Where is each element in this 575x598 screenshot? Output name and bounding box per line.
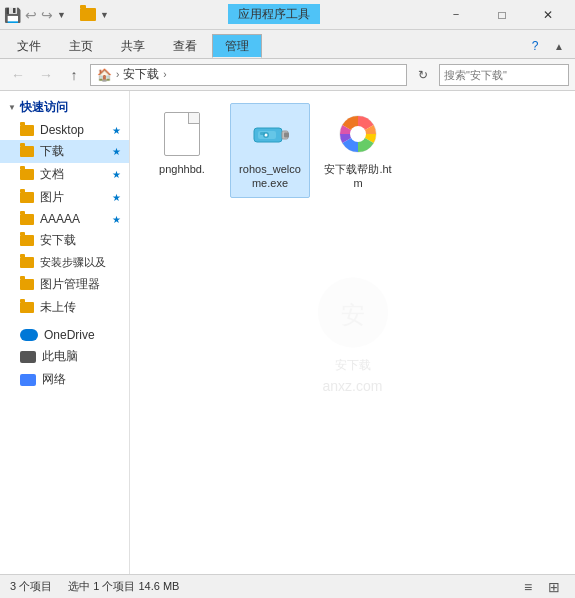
folder-icon-pic-manager <box>20 279 34 290</box>
ribbon-help-button[interactable]: ? <box>523 34 547 58</box>
search-input[interactable] <box>444 69 575 81</box>
folder-icon-pictures <box>20 192 34 203</box>
sidebar-label-downloads: 下载 <box>40 143 64 160</box>
sidebar-item-this-pc[interactable]: 此电脑 <box>0 345 129 368</box>
path-home-icon: 🏠 <box>97 68 112 82</box>
window-controls: － □ ✕ <box>433 0 571 30</box>
file-icon-htm <box>334 110 382 158</box>
quick-access-chevron: ▼ <box>8 103 16 112</box>
sidebar-item-onedrive[interactable]: OneDrive <box>0 325 129 345</box>
file-item-htm[interactable]: 安下载帮助.htm <box>318 103 398 198</box>
main-area: ▼ 快速访问 Desktop ★ 下载 ★ 文档 ★ 图片 ★ AAAAA ★ <box>0 91 575 574</box>
file-grid: pnghhbd. <box>142 103 563 198</box>
close-button[interactable]: ✕ <box>525 0 571 30</box>
path-arrow-2: › <box>163 69 166 80</box>
sidebar-label-this-pc: 此电脑 <box>42 348 78 365</box>
address-path[interactable]: 🏠 › 安下载 › <box>90 64 407 86</box>
quick-access-header[interactable]: ▼ 快速访问 <box>0 95 129 120</box>
file-name-pnghhbd: pnghhbd. <box>159 162 205 176</box>
sidebar-item-pic-manager[interactable]: 图片管理器 <box>0 273 129 296</box>
folder-icon-aaaaa <box>20 214 34 225</box>
title-bar-icons: 💾 ↩ ↪ ▼ ▼ <box>4 7 109 23</box>
title-bar: 💾 ↩ ↪ ▼ ▼ 应用程序工具 － □ ✕ <box>0 0 575 30</box>
refresh-button[interactable]: ↻ <box>411 64 435 86</box>
title-icon-2[interactable]: ↩ <box>25 7 37 23</box>
status-bar-right: ≡ ⊞ <box>517 578 565 596</box>
onedrive-icon <box>20 329 38 341</box>
title-dropdown-icon[interactable]: ▼ <box>57 10 66 20</box>
folder-icon-downloads <box>20 146 34 157</box>
generic-file-icon <box>164 112 200 156</box>
minimize-button[interactable]: － <box>433 0 479 30</box>
pin-icon-aaaaa: ★ <box>112 214 121 225</box>
svg-rect-8 <box>260 132 265 135</box>
forward-button[interactable]: → <box>34 63 58 87</box>
htm-file-icon <box>336 112 380 156</box>
sidebar-label-network: 网络 <box>42 371 66 388</box>
sidebar-label-pic-manager: 图片管理器 <box>40 276 100 293</box>
svg-text:安: 安 <box>341 300 365 327</box>
status-selected-info: 选中 1 个项目 14.6 MB <box>68 579 179 594</box>
title-icon-3[interactable]: ↪ <box>41 7 53 23</box>
file-icon-rohos <box>246 110 294 158</box>
title-dropdown2-icon[interactable]: ▼ <box>100 10 109 20</box>
sidebar-label-install-steps: 安装步骤以及 <box>40 255 106 270</box>
sidebar-label-documents: 文档 <box>40 166 64 183</box>
sidebar-item-desktop[interactable]: Desktop ★ <box>0 120 129 140</box>
sidebar-item-pictures[interactable]: 图片 ★ <box>0 186 129 209</box>
sidebar-item-aaaaa[interactable]: AAAAA ★ <box>0 209 129 229</box>
view-details-button[interactable]: ≡ <box>517 578 539 596</box>
sidebar-item-not-uploaded[interactable]: 未上传 <box>0 296 129 319</box>
sidebar-label-not-uploaded: 未上传 <box>40 299 76 316</box>
path-segment-downloads: 安下载 <box>123 66 159 83</box>
tab-view[interactable]: 查看 <box>160 34 210 58</box>
sidebar-label-desktop: Desktop <box>40 123 84 137</box>
file-name-htm: 安下载帮助.htm <box>323 162 393 191</box>
search-box[interactable]: 🔍 <box>439 64 569 86</box>
tab-manage[interactable]: 管理 <box>212 34 262 58</box>
tab-share[interactable]: 共享 <box>108 34 158 58</box>
sidebar-item-anzaixia[interactable]: 安下载 <box>0 229 129 252</box>
content-area[interactable]: 安 安下载 anxz.com pnghhbd. <box>130 91 575 574</box>
pin-icon-documents: ★ <box>112 169 121 180</box>
folder-icon-not-uploaded <box>20 302 34 313</box>
maximize-button[interactable]: □ <box>479 0 525 30</box>
file-item-pnghhbd[interactable]: pnghhbd. <box>142 103 222 198</box>
watermark-icon: 安 <box>313 272 393 352</box>
sidebar-item-downloads[interactable]: 下载 ★ <box>0 140 129 163</box>
pin-icon-pictures: ★ <box>112 192 121 203</box>
app-tools-tab[interactable]: 应用程序工具 <box>228 4 320 24</box>
folder-icon-install-steps <box>20 257 34 268</box>
tab-file[interactable]: 文件 <box>4 34 54 58</box>
file-item-rohos[interactable]: rohos_welcome.exe <box>230 103 310 198</box>
pin-icon-desktop: ★ <box>112 125 121 136</box>
sidebar-label-pictures: 图片 <box>40 189 64 206</box>
ribbon-collapse-button[interactable]: ▲ <box>547 34 571 58</box>
folder-icon-anzaixia <box>20 235 34 246</box>
file-icon-pnghhbd <box>158 110 206 158</box>
sidebar-label-anzaixia: 安下载 <box>40 232 76 249</box>
title-icon-1[interactable]: 💾 <box>4 7 21 23</box>
pin-icon-downloads: ★ <box>112 146 121 157</box>
address-bar: ← → ↑ 🏠 › 安下载 › ↻ 🔍 <box>0 59 575 91</box>
status-bar: 3 个项目 选中 1 个项目 14.6 MB ≡ ⊞ <box>0 574 575 598</box>
path-arrow-1: › <box>116 69 119 80</box>
quick-access-label: 快速访问 <box>20 99 68 116</box>
ribbon: 文件 主页 共享 查看 管理 ? ▲ <box>0 30 575 59</box>
sidebar-item-documents[interactable]: 文档 ★ <box>0 163 129 186</box>
sidebar-label-aaaaa: AAAAA <box>40 212 80 226</box>
sidebar-item-install-steps[interactable]: 安装步骤以及 <box>0 252 129 273</box>
folder-icon-desktop <box>20 125 34 136</box>
watermark-text: 安下载 <box>335 356 371 373</box>
svg-point-0 <box>318 277 388 347</box>
svg-rect-4 <box>284 133 289 138</box>
view-large-icons-button[interactable]: ⊞ <box>543 578 565 596</box>
tab-home[interactable]: 主页 <box>56 34 106 58</box>
folder-icon-documents <box>20 169 34 180</box>
up-button[interactable]: ↑ <box>62 63 86 87</box>
status-item-count: 3 个项目 <box>10 579 52 594</box>
computer-icon <box>20 351 36 363</box>
watermark-subtext: anxz.com <box>323 377 383 393</box>
back-button[interactable]: ← <box>6 63 30 87</box>
sidebar-item-network[interactable]: 网络 <box>0 368 129 391</box>
